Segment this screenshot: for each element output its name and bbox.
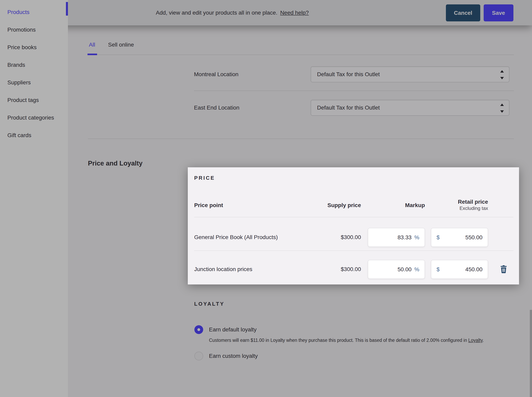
trash-icon — [500, 265, 507, 274]
row-divider — [194, 91, 514, 91]
loyalty-description-text: Customers will earn $11.00 in Loyalty wh… — [209, 338, 468, 343]
supply-price-value: $300.00 — [341, 266, 361, 273]
earn-custom-loyalty-label[interactable]: Earn custom loyalty — [209, 353, 258, 360]
sidebar: Products Promotions Price books Brands S… — [0, 0, 68, 397]
loyalty-description-period: . — [483, 338, 484, 343]
product-edit-page: Products Promotions Price books Brands S… — [0, 0, 532, 397]
markup-input[interactable] — [373, 266, 411, 273]
percent-suffix: % — [414, 234, 419, 241]
earn-default-loyalty-label[interactable]: Earn default loyalty — [209, 326, 257, 333]
percent-suffix: % — [414, 266, 419, 273]
markup-input[interactable] — [373, 234, 411, 241]
retail-price-input[interactable] — [442, 234, 483, 241]
need-help-link[interactable]: Need help? — [280, 10, 309, 16]
tax-row-label-montreal: Montreal Location — [194, 71, 238, 78]
markup-input-box: % — [368, 228, 425, 247]
sidebar-item-product-categories[interactable]: Product categories — [0, 109, 68, 127]
tabs-divider — [87, 55, 514, 55]
chevron-down-icon — [500, 110, 504, 113]
scrollbar-thumb[interactable] — [530, 310, 532, 397]
markup-input-box: % — [368, 260, 425, 279]
column-header-supply-price: Supply price — [327, 202, 361, 209]
retail-price-input[interactable] — [442, 266, 483, 273]
delete-price-row-button[interactable] — [500, 265, 507, 274]
page-header: Add, view and edit your products all in … — [68, 0, 532, 25]
chevron-up-icon — [500, 104, 504, 106]
sidebar-item-promotions[interactable]: Promotions — [0, 21, 68, 39]
sidebar-nav-list: Products Promotions Price books Brands S… — [0, 3, 68, 144]
chevron-up-icon — [500, 70, 504, 73]
loyalty-heading: LOYALTY — [194, 301, 225, 307]
tax-select-east-end[interactable]: Default Tax for this Outlet — [311, 100, 509, 116]
sidebar-item-product-tags[interactable]: Product tags — [0, 91, 68, 109]
chevron-down-icon — [500, 77, 504, 79]
header-message-text: Add, view and edit your products all in … — [156, 10, 277, 16]
save-button[interactable]: Save — [484, 4, 514, 21]
tax-select-montreal[interactable]: Default Tax for this Outlet — [311, 66, 509, 82]
price-row-name: General Price Book (All Products) — [194, 234, 278, 241]
column-header-price-point: Price point — [194, 202, 223, 209]
sidebar-item-products[interactable]: Products — [0, 3, 68, 21]
currency-prefix: $ — [436, 266, 440, 273]
column-header-markup: Markup — [405, 202, 425, 209]
section-divider — [88, 138, 514, 139]
column-header-retail-price: Retail price — [458, 198, 488, 205]
price-row-name: Junction location prices — [194, 266, 252, 273]
sidebar-item-gift-cards[interactable]: Gift cards — [0, 127, 68, 144]
active-nav-indicator — [66, 2, 68, 16]
select-spinner-icons — [500, 67, 504, 83]
active-tab-indicator — [87, 54, 97, 55]
sidebar-item-price-books[interactable]: Price books — [0, 39, 68, 56]
loyalty-description: Customers will earn $11.00 in Loyalty wh… — [209, 337, 484, 343]
column-subheader-excluding-tax: Excluding tax — [459, 205, 488, 211]
tab-sell-online[interactable]: Sell online — [108, 41, 134, 48]
currency-prefix: $ — [436, 234, 440, 241]
header-message: Add, view and edit your products all in … — [156, 10, 309, 16]
price-and-loyalty-heading: Price and Loyalty — [88, 160, 142, 167]
sidebar-item-suppliers[interactable]: Suppliers — [0, 74, 68, 91]
tax-row-label-east-end: East End Location — [194, 104, 239, 111]
select-spinner-icons — [500, 100, 504, 116]
retail-price-input-box: $ — [431, 260, 488, 279]
price-panel-title: PRICE — [194, 175, 215, 181]
table-header-divider — [194, 217, 514, 217]
retail-price-input-box: $ — [431, 228, 488, 247]
cancel-button[interactable]: Cancel — [446, 4, 480, 21]
radio-earn-custom-loyalty[interactable] — [194, 352, 203, 360]
tab-all[interactable]: All — [89, 41, 95, 48]
tax-select-montreal-value: Default Tax for this Outlet — [317, 71, 380, 78]
tax-select-east-end-value: Default Tax for this Outlet — [317, 105, 380, 111]
sidebar-item-brands[interactable]: Brands — [0, 56, 68, 74]
price-panel: PRICE Price point Supply price Markup Re… — [188, 167, 519, 285]
loyalty-link[interactable]: Loyalty — [468, 338, 483, 343]
radio-earn-default-loyalty[interactable] — [194, 325, 203, 334]
table-row-divider — [194, 250, 514, 251]
supply-price-value: $300.00 — [341, 234, 361, 241]
